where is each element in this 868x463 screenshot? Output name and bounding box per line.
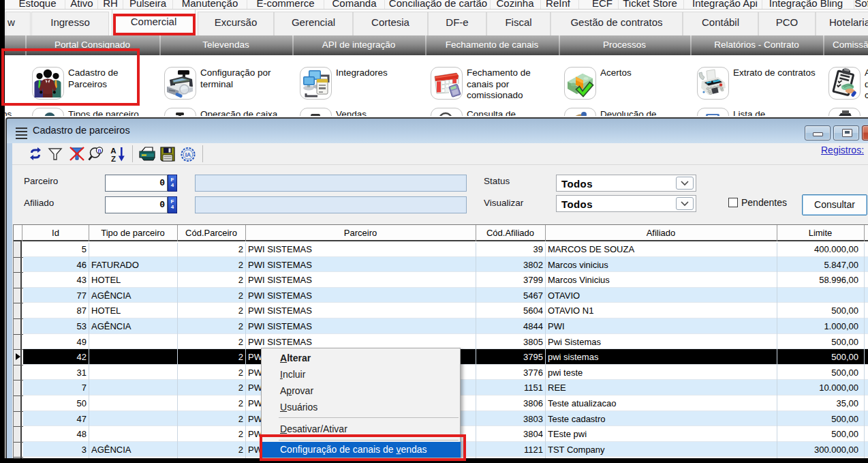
svg-text:A: A: [110, 147, 116, 155]
svg-text:IA: IA: [185, 151, 191, 158]
svg-text:n: n: [97, 147, 101, 154]
svg-text:Z: Z: [111, 155, 116, 163]
